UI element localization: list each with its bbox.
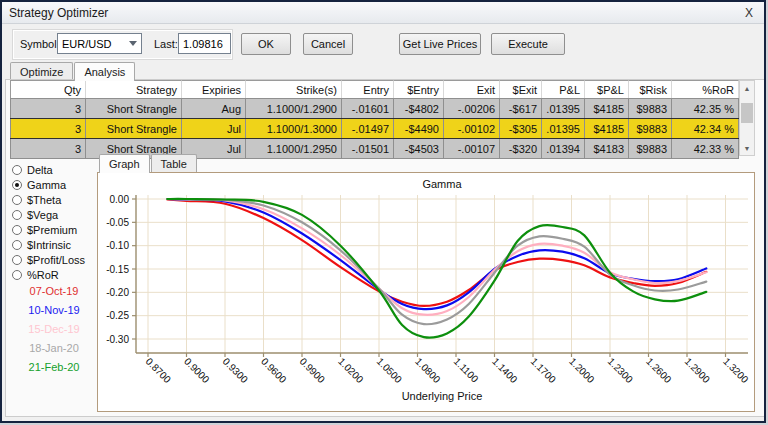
x-tick-label: 1.2300 xyxy=(606,356,636,386)
ok-button[interactable]: OK xyxy=(241,33,291,55)
table-cell: $4185 xyxy=(585,119,629,138)
table-cell: $4183 xyxy=(585,139,629,158)
x-tick-label: 1.0200 xyxy=(336,356,366,386)
results-table: QtyStrategyExpiriesStrike(s)Entry$EntryE… xyxy=(10,80,739,159)
table-cell: .01394 xyxy=(542,139,585,158)
x-axis-title: Underlying Price xyxy=(402,390,483,402)
radio-circle-icon[interactable] xyxy=(12,255,22,265)
last-label: Last: xyxy=(154,38,178,50)
x-tick-label: 1.0800 xyxy=(413,356,443,386)
execute-button[interactable]: Execute xyxy=(491,33,565,55)
x-tick-label: 1.1100 xyxy=(452,356,481,385)
legend-date: 18-Jan-20 xyxy=(10,342,98,361)
last-price-input[interactable]: 1.09816 xyxy=(178,33,231,54)
radio-option-theta[interactable]: $Theta xyxy=(12,192,96,207)
gamma-chart: 0.00-0.05-0.10-0.15-0.20-0.25-0.300.8700… xyxy=(98,173,754,411)
table-cell: -$617 xyxy=(500,99,542,118)
series-line-21-Feb-20 xyxy=(167,199,706,338)
table-cell: -.01501 xyxy=(342,139,394,158)
radio-option-gamma[interactable]: Gamma xyxy=(12,177,96,192)
title-bar[interactable]: Strategy Optimizer X xyxy=(2,2,764,24)
chart-title: Gamma xyxy=(422,178,462,190)
series-line-07-Oct-19 xyxy=(167,200,706,306)
table-cell: Short Strangle xyxy=(86,99,182,118)
x-tick-label: 1.2600 xyxy=(644,356,674,386)
header-cell[interactable]: Expiries xyxy=(182,80,246,98)
radio-option-delta[interactable]: Delta xyxy=(12,162,96,177)
radio-circle-icon[interactable] xyxy=(12,195,22,205)
close-icon[interactable]: X xyxy=(741,6,757,20)
symbol-label: Symbol: xyxy=(20,38,60,50)
header-cell[interactable]: P&L xyxy=(542,80,585,98)
x-tick-label: 1.3200 xyxy=(721,356,751,386)
header-cell[interactable]: $Risk xyxy=(629,80,672,98)
table-cell: .01395 xyxy=(542,119,585,138)
chart-tab-table[interactable]: Table xyxy=(151,154,197,172)
last-price-value: 1.09816 xyxy=(183,38,223,50)
radio-circle-icon[interactable] xyxy=(12,270,22,280)
table-cell: 3 xyxy=(10,139,86,158)
x-tick-label: 0.9000 xyxy=(182,356,212,386)
y-tick-label: 0.00 xyxy=(110,194,130,205)
header-cell[interactable]: %RoR xyxy=(672,80,739,98)
radio-label: Gamma xyxy=(27,179,66,191)
radio-option-ror[interactable]: %RoR xyxy=(12,267,96,282)
radio-option-profitloss[interactable]: $Profit/Loss xyxy=(12,252,96,267)
y-tick-label: -0.15 xyxy=(106,264,129,275)
y-tick-label: -0.25 xyxy=(106,310,129,321)
expiry-legend: 07-Oct-1910-Nov-1915-Dec-1918-Jan-2021-F… xyxy=(10,285,98,380)
symbol-combobox[interactable]: EUR/USD xyxy=(57,33,142,54)
table-cell: -$4503 xyxy=(394,139,444,158)
radio-option-intrinsic[interactable]: $Intrinsic xyxy=(12,237,96,252)
table-cell: -$4802 xyxy=(394,99,444,118)
table-cell: -$305 xyxy=(500,119,542,138)
get-live-prices-button[interactable]: Get Live Prices xyxy=(399,33,481,55)
radio-circle-icon[interactable] xyxy=(12,165,22,175)
radio-circle-icon[interactable] xyxy=(12,240,22,250)
tab-analysis[interactable]: Analysis xyxy=(74,62,135,81)
table-cell: $9883 xyxy=(629,99,672,118)
radio-label: $Vega xyxy=(27,209,58,221)
y-tick-label: -0.30 xyxy=(106,334,129,345)
radio-label: Delta xyxy=(27,164,53,176)
legend-date: 21-Feb-20 xyxy=(10,361,98,380)
x-tick-label: 0.9300 xyxy=(221,356,251,386)
chevron-down-icon[interactable] xyxy=(129,41,137,46)
radio-label: $Intrinsic xyxy=(27,239,71,251)
table-scrollbar[interactable]: ▲ ▼ xyxy=(739,80,755,156)
table-cell: 42.34 % xyxy=(672,119,739,138)
x-tick-label: 0.9600 xyxy=(259,356,289,386)
radio-label: %RoR xyxy=(27,269,59,281)
y-tick-label: -0.10 xyxy=(106,240,129,251)
window-title: Strategy Optimizer xyxy=(9,6,108,20)
radio-circle-icon[interactable] xyxy=(12,180,22,190)
chart-tab-graph[interactable]: Graph xyxy=(99,154,150,173)
header-cell[interactable]: Strategy xyxy=(86,80,182,98)
header-cell[interactable]: Qty xyxy=(10,80,86,98)
table-row[interactable]: 3Short StrangleJul1.1000/1.3000-.01497-$… xyxy=(10,118,739,139)
radio-option-vega[interactable]: $Vega xyxy=(12,207,96,222)
header-cell[interactable]: $P&L xyxy=(585,80,629,98)
scroll-up-icon[interactable]: ▲ xyxy=(740,81,754,95)
header-cell[interactable]: Strike(s) xyxy=(246,80,342,98)
chart-tab-strip: GraphTable xyxy=(99,154,198,172)
x-tick-label: 0.8700 xyxy=(144,356,174,386)
tab-optimize[interactable]: Optimize xyxy=(10,62,73,80)
radio-option-premium[interactable]: $Premium xyxy=(12,222,96,237)
cancel-button[interactable]: Cancel xyxy=(303,33,353,55)
header-cell[interactable]: Exit xyxy=(444,80,500,98)
table-cell: -.01601 xyxy=(342,99,394,118)
header-cell[interactable]: Entry xyxy=(342,80,394,98)
radio-label: $Profit/Loss xyxy=(27,254,85,266)
table-row[interactable]: 3Short StrangleAug1.1000/1.2900-.01601-$… xyxy=(10,98,739,118)
header-cell[interactable]: $Entry xyxy=(394,80,444,98)
table-cell: 1.1000/1.2900 xyxy=(246,99,342,118)
x-tick-label: 1.2000 xyxy=(567,356,597,386)
scroll-down-icon[interactable]: ▼ xyxy=(740,141,754,155)
table-cell: 3 xyxy=(10,99,86,118)
scrollbar-thumb[interactable] xyxy=(741,103,753,123)
header-cell[interactable]: $Exit xyxy=(500,80,542,98)
radio-circle-icon[interactable] xyxy=(12,210,22,220)
radio-circle-icon[interactable] xyxy=(12,225,22,235)
legend-date: 15-Dec-19 xyxy=(10,323,98,342)
